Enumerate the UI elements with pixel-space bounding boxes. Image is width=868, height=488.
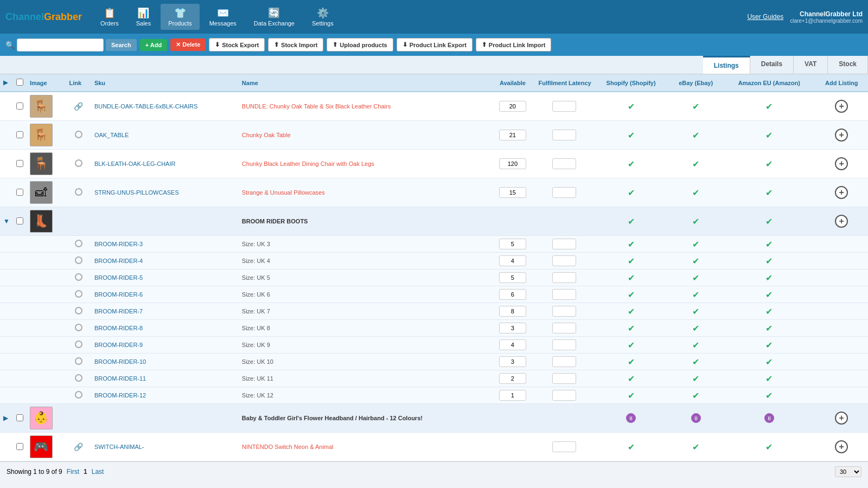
row-fulfilment-cell[interactable] [535,121,593,150]
row-fulfilment-cell[interactable] [535,150,593,178]
row-fulfilment-cell[interactable] [535,253,593,269]
row-available-cell[interactable] [490,337,535,354]
fulfilment-input[interactable] [552,339,576,350]
nav-products[interactable]: 👕 Products [161,4,199,30]
fulfilment-input[interactable] [552,130,576,140]
row-available-cell[interactable] [490,236,535,253]
row-add-listing-cell[interactable]: + [815,433,868,461]
row-fulfilment-cell[interactable] [535,269,593,286]
row-add-listing-cell[interactable]: + [815,404,868,433]
row-fulfilment-cell[interactable] [535,387,593,404]
row-checkbox[interactable] [16,414,23,421]
row-add-listing-cell[interactable]: + [815,92,868,121]
available-input[interactable] [499,306,526,317]
available-input[interactable] [499,323,526,333]
collapse-icon[interactable]: ▶ [3,414,8,422]
available-input[interactable] [499,130,526,140]
row-expand-cell[interactable]: ▼ [0,207,13,236]
add-listing-button[interactable]: + [835,100,848,113]
add-listing-button[interactable]: + [835,412,848,425]
row-add-listing-cell[interactable]: + [815,178,868,207]
fulfilment-input[interactable] [552,441,576,452]
fulfilment-input[interactable] [552,356,576,367]
fulfilment-input[interactable] [552,306,576,317]
row-checkbox-cell[interactable] [13,207,27,236]
available-input[interactable] [499,272,526,283]
row-checkbox[interactable] [16,189,23,196]
fulfilment-input[interactable] [552,323,576,333]
row-fulfilment-cell[interactable] [535,178,593,207]
available-input[interactable] [499,373,526,384]
row-fulfilment-cell[interactable] [535,286,593,303]
link-icon[interactable]: 🔗 [74,102,83,111]
nav-messages[interactable]: ✉️ Messages [202,4,244,30]
fulfilment-input[interactable] [552,373,576,384]
row-fulfilment-cell[interactable] [535,433,593,461]
fulfilment-input[interactable] [552,289,576,300]
row-checkbox-cell[interactable] [13,121,27,150]
row-checkbox-cell[interactable] [13,92,27,121]
add-listing-button[interactable]: + [835,215,848,228]
row-add-listing-cell[interactable]: + [815,150,868,178]
row-checkbox[interactable] [16,131,23,138]
available-input[interactable] [499,187,526,198]
tab-listings[interactable]: Listings [703,56,750,74]
nav-sales[interactable]: 📊 Sales [129,4,159,30]
fulfilment-input[interactable] [552,272,576,283]
row-checkbox-cell[interactable] [13,404,27,433]
row-available-cell[interactable] [490,178,535,207]
row-available-cell[interactable] [490,253,535,269]
nav-settings[interactable]: ⚙️ Settings [304,4,341,30]
add-listing-button[interactable]: + [835,186,848,199]
stock-import-button[interactable]: ⬆ Stock Import [268,38,323,52]
upload-products-button[interactable]: ⬆ Upload products [327,38,393,52]
available-input[interactable] [499,289,526,300]
row-checkbox[interactable] [16,102,23,110]
add-listing-button[interactable]: + [835,440,848,453]
row-available-cell[interactable] [490,320,535,337]
nav-orders[interactable]: 📋 Orders [93,4,126,30]
row-available-cell[interactable] [490,303,535,320]
add-listing-button[interactable]: + [835,157,848,170]
pagination-first[interactable]: First [67,468,79,476]
product-link-import-button[interactable]: ⬆ Product Link Import [476,38,552,52]
row-fulfilment-cell[interactable] [535,370,593,387]
user-guides-link[interactable]: User Guides [747,13,783,21]
collapse-icon[interactable]: ▼ [3,217,10,225]
product-link-export-button[interactable]: ⬇ Product Link Export [397,38,473,52]
row-available-cell[interactable] [490,433,535,461]
tab-stock[interactable]: Stock [828,56,868,74]
pagination-last[interactable]: Last [92,468,104,476]
available-input[interactable] [499,339,526,350]
stock-export-button[interactable]: ⬇ Stock Export [209,38,265,52]
fulfilment-input[interactable] [552,101,576,112]
add-button[interactable]: + Add [140,39,167,51]
tab-details[interactable]: Details [750,56,794,74]
row-add-listing-cell[interactable]: + [815,121,868,150]
row-checkbox-cell[interactable] [13,433,27,461]
available-input[interactable] [499,239,526,249]
row-available-cell[interactable] [490,370,535,387]
row-checkbox[interactable] [16,217,23,224]
row-available-cell[interactable] [490,92,535,121]
available-input[interactable] [499,255,526,266]
row-available-cell[interactable] [490,354,535,370]
row-fulfilment-cell[interactable] [535,354,593,370]
available-input[interactable] [499,390,526,401]
row-fulfilment-cell[interactable] [535,92,593,121]
per-page-select[interactable]: 30 50 100 [835,466,861,477]
search-button[interactable]: Search [106,39,137,51]
row-fulfilment-cell[interactable] [535,320,593,337]
row-fulfilment-cell[interactable] [535,236,593,253]
row-available-cell[interactable] [490,286,535,303]
row-checkbox[interactable] [16,160,23,167]
row-available-cell[interactable] [490,150,535,178]
available-input[interactable] [499,101,526,112]
row-available-cell[interactable] [490,269,535,286]
delete-button[interactable]: ✕ Delete [170,38,206,51]
fulfilment-input[interactable] [552,239,576,249]
available-input[interactable] [499,356,526,367]
select-all-checkbox[interactable] [16,79,23,86]
row-checkbox-cell[interactable] [13,178,27,207]
fulfilment-input[interactable] [552,255,576,266]
